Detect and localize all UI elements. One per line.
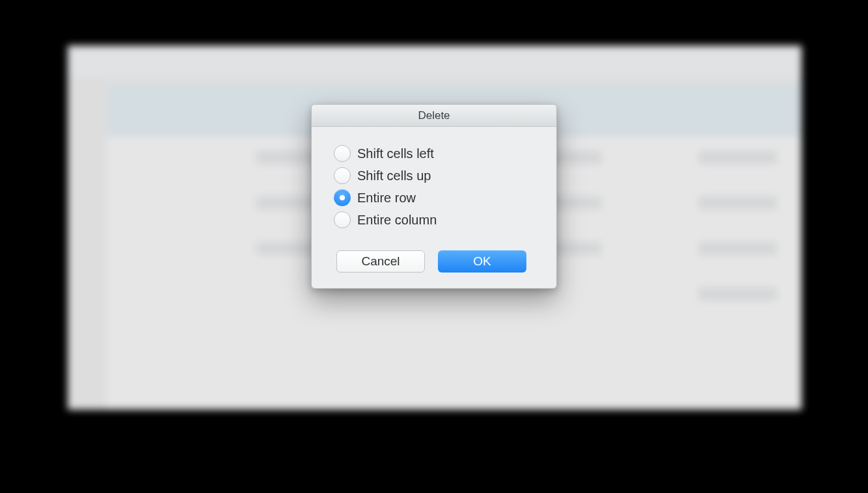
dialog-title: Delete xyxy=(418,109,450,122)
sheet-header xyxy=(68,46,802,78)
ghost-cell xyxy=(699,242,777,255)
ghost-cell xyxy=(699,151,777,164)
radio-icon xyxy=(334,167,351,184)
ghost-cell xyxy=(699,196,777,209)
radio-icon xyxy=(334,189,351,206)
ok-button[interactable]: OK xyxy=(438,250,526,273)
radio-icon xyxy=(334,211,351,228)
cancel-button-label: Cancel xyxy=(361,254,400,269)
radio-option-shift-cells-left[interactable]: Shift cells left xyxy=(334,145,534,162)
delete-radio-group: Shift cells left Shift cells up Entire r… xyxy=(334,145,534,228)
radio-option-shift-cells-up[interactable]: Shift cells up xyxy=(334,167,534,184)
delete-dialog: Delete Shift cells left Shift cells up E… xyxy=(311,104,557,289)
dialog-button-row: Cancel OK xyxy=(334,250,534,273)
radio-icon xyxy=(334,145,351,162)
ghost-cell xyxy=(699,287,777,300)
row-number-strip xyxy=(68,78,107,410)
dialog-titlebar: Delete xyxy=(312,105,556,127)
radio-label: Entire column xyxy=(357,212,437,228)
radio-option-entire-column[interactable]: Entire column xyxy=(334,211,534,228)
radio-option-entire-row[interactable]: Entire row xyxy=(334,189,534,206)
cancel-button[interactable]: Cancel xyxy=(336,250,425,273)
ok-button-label: OK xyxy=(473,254,491,269)
radio-label: Shift cells left xyxy=(357,146,434,161)
dialog-body: Shift cells left Shift cells up Entire r… xyxy=(312,127,556,288)
radio-label: Entire row xyxy=(357,190,416,206)
radio-label: Shift cells up xyxy=(357,168,431,183)
